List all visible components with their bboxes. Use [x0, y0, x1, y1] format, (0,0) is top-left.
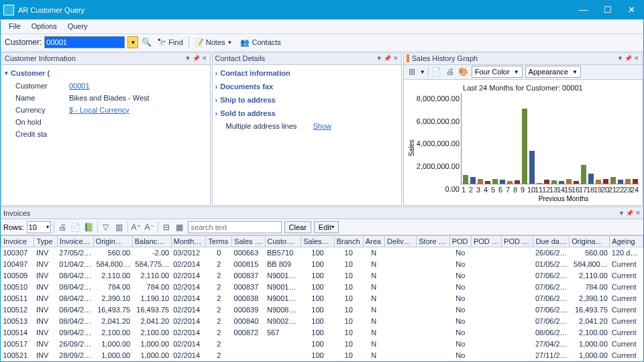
customer-dropdown-button[interactable]: ▼	[127, 36, 138, 48]
edit-button[interactable]: Edit ▾	[314, 221, 339, 233]
minimize-button[interactable]: —	[579, 5, 588, 15]
invoices-grid[interactable]: InvoiceTypeInvoice…Origin…Balanc…Month ……	[1, 235, 643, 361]
table-row[interactable]: 100517INV26/09/2…1,000.001,000.0002/2014…	[1, 339, 643, 350]
table-row[interactable]: 100513INV08/04/2…2,041.202,041.2002/2014…	[1, 316, 643, 327]
contact-section[interactable]: Contact information	[214, 66, 400, 80]
search-icon[interactable]: 🔍	[141, 37, 152, 48]
font-increase-icon[interactable]: A⁺	[131, 222, 142, 233]
column-header[interactable]: Sales o…	[232, 236, 265, 247]
column-header[interactable]: Terms	[206, 236, 232, 247]
chart-layout-icon[interactable]: ⊞	[407, 66, 417, 77]
column-header[interactable]: Month …	[171, 236, 206, 247]
note-icon: 📝	[195, 38, 204, 47]
column-header[interactable]: Type	[34, 236, 57, 247]
maximize-button[interactable]: ☐	[604, 5, 612, 15]
appearance-select[interactable]: Appearance▼	[525, 66, 581, 78]
column-header[interactable]: Area	[363, 236, 384, 247]
table-row[interactable]: 100514INV09/04/2…2,100.002,100.0002/2014…	[1, 327, 643, 339]
column-header[interactable]: Origin…	[93, 236, 132, 247]
column-header[interactable]: Branch	[334, 236, 363, 247]
column-header[interactable]: POD	[449, 236, 471, 247]
table-row[interactable]: 100521INV28/09/2…1,000.001,000.0002/2014…	[1, 350, 643, 361]
x-axis-ticks: 123456789101112131415161718192021222324	[461, 186, 639, 194]
field-label: Name	[15, 94, 69, 102]
export-excel-icon[interactable]: 📗	[84, 222, 95, 233]
column-header[interactable]: Origina…	[570, 236, 610, 247]
font-decrease-icon[interactable]: A⁻	[144, 222, 155, 233]
column-header[interactable]: Store n…	[417, 236, 449, 247]
panel-controls[interactable]: ▼ 📌 ✕	[617, 55, 639, 62]
table-row[interactable]: 100307INV27/05/2…560.00-2.0003/201200006…	[1, 247, 643, 259]
bar	[500, 180, 505, 184]
column-header[interactable]: POD d…	[471, 236, 501, 247]
column-header[interactable]: Custo…	[265, 236, 301, 247]
y-axis-ticks: 8,000,000.006,000,000.004,000,000.002,00…	[417, 93, 461, 202]
app-icon	[3, 5, 14, 15]
contact-section[interactable]: Sold to address	[214, 107, 400, 120]
column-header[interactable]: Salesp…	[301, 236, 334, 247]
customer-section[interactable]: Customer (	[3, 66, 209, 80]
field-label: Customer	[15, 82, 69, 90]
chart-bars	[461, 93, 639, 184]
bar	[478, 179, 483, 184]
bar	[566, 179, 572, 184]
color-select[interactable]: Four Color▼	[472, 66, 523, 78]
column-header[interactable]: Invoice…	[57, 236, 93, 247]
print-icon[interactable]: 🖨	[445, 66, 455, 77]
main-toolbar: Customer: ▼ 🔍 🔭Find 📝Notes▼ 👥Contacts	[1, 34, 643, 52]
print-icon[interactable]: 🖨	[57, 222, 68, 233]
filter-icon[interactable]: ▽	[101, 222, 111, 233]
contact-details-panel: Contact Details▼ 📌 ✕ Contact information…	[212, 52, 402, 206]
bar	[492, 179, 498, 184]
column-header[interactable]: Deliver…	[384, 236, 416, 247]
rows-select[interactable]: 10▾	[27, 221, 51, 233]
column-header[interactable]: Due da…	[533, 236, 570, 247]
panel-title: Sales History Graph	[412, 54, 617, 62]
find-button[interactable]: 🔭Find	[154, 38, 185, 47]
menu-options[interactable]: Options	[26, 21, 62, 32]
clear-button[interactable]: Clear	[284, 221, 311, 233]
copy-icon[interactable]: 📄	[431, 66, 442, 77]
search-input[interactable]	[188, 221, 282, 233]
contacts-button[interactable]: 👥Contacts	[237, 38, 283, 47]
panel-controls[interactable]: ▼ 📌 ✕	[185, 55, 207, 62]
table-row[interactable]: 100512INV08/04/2…16,493.7516,493.7502/20…	[1, 304, 643, 316]
menu-query[interactable]: Query	[62, 21, 93, 32]
contact-section[interactable]: Ship to address	[214, 93, 400, 107]
column-header[interactable]: Balanc…	[132, 236, 171, 247]
customer-input[interactable]	[44, 36, 125, 48]
notes-button[interactable]: 📝Notes▼	[192, 38, 235, 47]
rows-label: Rows:	[3, 223, 24, 231]
close-button[interactable]: ✕	[628, 5, 635, 15]
bar	[588, 174, 594, 184]
copy-icon[interactable]: 📄	[70, 222, 81, 233]
bar	[485, 181, 490, 184]
table-row[interactable]: 100511INV08/04/2…2,390.101,190.1002/2014…	[1, 293, 643, 304]
bar	[581, 165, 586, 184]
field-value[interactable]: $ - Local Currency	[69, 106, 129, 114]
panel-controls[interactable]: ▼ 📌 ✕	[619, 210, 641, 217]
column-header[interactable]: POD re…	[502, 236, 533, 247]
invoices-panel: Invoices▼ 📌 ✕ Rows: 10▾ 🖨 📄 📗 ▽ ▥ A⁺ A⁻ …	[1, 206, 643, 361]
column-header[interactable]: Ageing	[610, 236, 643, 247]
bar	[463, 175, 468, 184]
menu-file[interactable]: File	[3, 21, 26, 32]
contact-section[interactable]: Documents fax	[214, 80, 400, 93]
column-header[interactable]: Invoice	[1, 236, 34, 247]
autosize-icon[interactable]: ⊟	[161, 222, 172, 233]
invoices-toolbar: Rows: 10▾ 🖨 📄 📗 ▽ ▥ A⁺ A⁻ ⊟ ▦ Clear Edit…	[1, 219, 643, 235]
panel-controls[interactable]: ▼ 📌 ✕	[376, 55, 398, 62]
mal-show-link[interactable]: Show	[313, 122, 332, 130]
palette-icon[interactable]: 🎨	[458, 66, 469, 77]
bar	[551, 180, 557, 184]
bar	[596, 180, 601, 184]
table-row[interactable]: 100510INV08/04/2…784.00784.0002/20142000…	[1, 282, 643, 293]
field-value[interactable]: 00001	[69, 82, 90, 90]
freeze-icon[interactable]: ▦	[174, 222, 185, 233]
table-row[interactable]: 100509INV08/04/2…2,110.002,110.0002/2014…	[1, 270, 643, 282]
field-label: Credit sta	[15, 130, 69, 138]
field-label: Currency	[15, 106, 69, 114]
columns-icon[interactable]: ▥	[114, 222, 125, 233]
table-row[interactable]: 100497INV01/04/2…584,800…584,775…02/2014…	[1, 259, 643, 270]
mal-label: Multiple address lines	[226, 122, 313, 130]
